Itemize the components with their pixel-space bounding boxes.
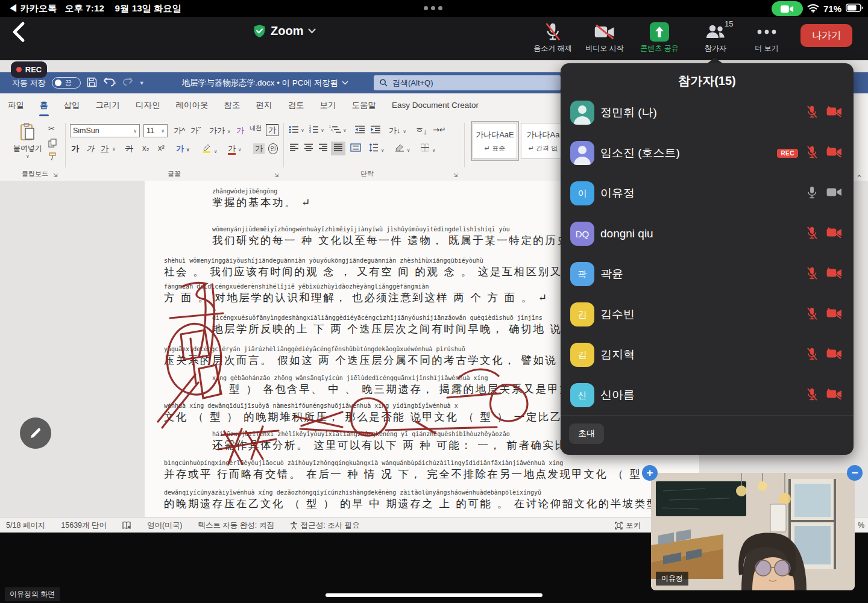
share-content-button[interactable]: 콘텐츠 공유 — [634, 22, 685, 54]
participant-row[interactable]: 곽곽윤 — [561, 255, 854, 293]
clipboard-dialog-launcher[interactable]: ⇲ — [53, 172, 58, 178]
underline-caret[interactable]: ∨ — [112, 143, 116, 152]
back-to-kakaotalk-link[interactable]: ◀ 카카오톡 — [8, 3, 57, 13]
language-indicator[interactable]: 영어(미국) — [147, 520, 182, 531]
more-button[interactable]: 더 보기 — [741, 22, 793, 54]
search-input[interactable]: 검색(Alt+Q) — [374, 75, 561, 90]
line-spacing-icon[interactable]: ∨ — [369, 143, 384, 154]
self-video-thumbnail[interactable]: 이유정 — [651, 473, 855, 590]
participant-row[interactable]: 김김지혁 — [561, 336, 854, 374]
increase-indent-icon[interactable] — [370, 125, 381, 136]
annotate-pencil-button[interactable] — [20, 417, 51, 449]
unmute-button[interactable]: 음소거 해제 — [527, 22, 579, 54]
participants-button[interactable]: 15 참가자 — [690, 22, 741, 54]
recording-badge: REC — [11, 61, 47, 78]
italic-button[interactable]: 가 — [86, 143, 94, 154]
distribute-text-icon[interactable] — [350, 143, 361, 154]
subscript-button[interactable]: x₂ — [142, 143, 149, 152]
participant-status-icons: REC — [777, 134, 843, 172]
participant-row[interactable]: 임소진 (호스트)REC — [561, 134, 854, 172]
svg-text:i: i — [333, 131, 333, 134]
multitask-dots-icon[interactable] — [424, 6, 442, 10]
font-size-select[interactable]: 11∨ — [143, 124, 168, 137]
accessibility-icon — [290, 521, 298, 530]
bold-button[interactable]: 가 — [71, 143, 79, 154]
style-normal[interactable]: 가나다AaE ↵ 표준 — [473, 123, 517, 159]
participant-row[interactable]: 정민휘 (나) — [561, 93, 854, 132]
start-video-button[interactable]: 비디오 시작 — [579, 22, 631, 54]
zoom-percent[interactable]: % — [858, 521, 864, 530]
paste-button[interactable]: 붙여넣기 ∨ — [13, 123, 42, 159]
word-count[interactable]: 15639개 단어 — [61, 520, 107, 531]
participant-row[interactable]: 김김수빈 — [561, 295, 854, 334]
grow-font-button[interactable]: 가^ — [174, 125, 185, 136]
highlight-button[interactable]: ∨ — [202, 143, 217, 155]
paragraph-marks-icon[interactable]: →↵ — [433, 125, 446, 134]
distribute-icon[interactable]: ᄒ↓ — [416, 125, 427, 137]
proofing-icon[interactable] — [122, 521, 131, 530]
decrease-indent-icon[interactable] — [354, 125, 365, 136]
tab-Easy Document Creator[interactable]: Easy Document Creator — [384, 94, 486, 115]
font-dialog-launcher[interactable]: ⇲ — [274, 172, 279, 178]
copy-icon[interactable] — [48, 139, 57, 149]
enclose-characters-button[interactable]: 인 — [268, 143, 278, 154]
video-on-pill-icon[interactable] — [772, 1, 803, 16]
shield-check-icon — [253, 24, 266, 38]
multilevel-list-icon[interactable]: 1ai∨ — [329, 125, 351, 136]
tab-홈[interactable]: 홈 — [32, 93, 56, 116]
cut-icon[interactable]: ✂ — [48, 124, 55, 133]
align-right-icon[interactable] — [318, 143, 328, 154]
character-border-button[interactable]: 가 — [266, 124, 278, 136]
participant-row[interactable]: 신신아름 — [561, 376, 854, 414]
accessibility-indicator[interactable]: 접근성: 조사 필요 — [290, 520, 360, 531]
change-case-button[interactable]: 가가 ∨ — [209, 125, 230, 136]
tab-보기[interactable]: 보기 — [312, 93, 344, 116]
tab-검토[interactable]: 검토 — [280, 93, 312, 116]
borders-icon[interactable]: ∨ — [420, 143, 435, 154]
tab-참조[interactable]: 참조 — [216, 93, 248, 116]
tab-그리기[interactable]: 그리기 — [88, 93, 128, 116]
font-group-label: 글꼴 — [168, 169, 181, 178]
shrink-font-button[interactable]: 가ˇ — [190, 125, 201, 136]
strikethrough-button[interactable]: 가 — [125, 143, 133, 154]
paragraph-dialog-launcher[interactable]: ⇲ — [453, 172, 458, 178]
phonetic-guide-button[interactable]: 내천 — [250, 124, 262, 133]
font-name-select[interactable]: SimSun∨ — [70, 124, 140, 137]
format-painter-icon[interactable] — [48, 152, 57, 163]
highlighter-icon — [202, 143, 212, 153]
underline-button[interactable]: 가 — [101, 143, 108, 154]
page-indicator[interactable]: 5/18 페이지 — [6, 520, 45, 531]
tab-파일[interactable]: 파일 — [0, 93, 32, 116]
autocomplete-indicator[interactable]: 텍스트 자동 완성: 켜짐 — [198, 520, 274, 531]
mic-muted-icon — [805, 266, 819, 283]
font-color-button[interactable]: 가 ∨ — [228, 143, 241, 154]
leave-meeting-button[interactable]: 나가기 — [800, 24, 852, 47]
character-shading-button[interactable]: 가 — [253, 143, 265, 154]
invite-button[interactable]: 초대 — [569, 423, 604, 444]
tab-도움말[interactable]: 도움말 — [344, 93, 385, 116]
tab-디자인[interactable]: 디자인 — [128, 93, 168, 116]
tab-삽입[interactable]: 삽입 — [56, 93, 88, 116]
annotation-zoom-in-button[interactable]: + — [642, 465, 658, 481]
shading-icon[interactable]: ∨ — [395, 143, 410, 154]
style-no-spacing[interactable]: 가나다Aa ↵ 간격 없 — [521, 123, 565, 159]
participant-rec-badge: REC — [777, 149, 798, 158]
text-effects-button[interactable]: 가 ∨ — [176, 143, 189, 154]
focus-mode-button[interactable]: 포커 — [615, 520, 641, 531]
back-chevron-icon[interactable] — [10, 20, 28, 46]
meeting-info-button[interactable]: Zoom — [253, 24, 316, 38]
sort-icon[interactable]: 가↓ ∨ — [389, 125, 406, 136]
clear-formatting-button[interactable]: 가 — [236, 125, 244, 136]
align-center-icon[interactable] — [304, 143, 313, 154]
annotation-zoom-out-button[interactable]: − — [847, 465, 863, 481]
superscript-button[interactable]: x² — [158, 143, 165, 152]
svg-text:∨: ∨ — [321, 128, 324, 133]
home-indicator[interactable] — [326, 593, 542, 597]
tab-편지[interactable]: 편지 — [248, 93, 280, 116]
doc-line: dewǎnqīyícúnyāzàiyǐwénhuà xíng dezǎozhōn… — [164, 489, 671, 511]
participant-row[interactable]: 이이유정 — [561, 174, 854, 213]
align-left-icon[interactable] — [289, 143, 299, 154]
participant-row[interactable]: DQdongni qiu — [561, 214, 854, 253]
justify-icon[interactable] — [331, 142, 345, 155]
tab-레이아웃[interactable]: 레이아웃 — [168, 93, 216, 116]
